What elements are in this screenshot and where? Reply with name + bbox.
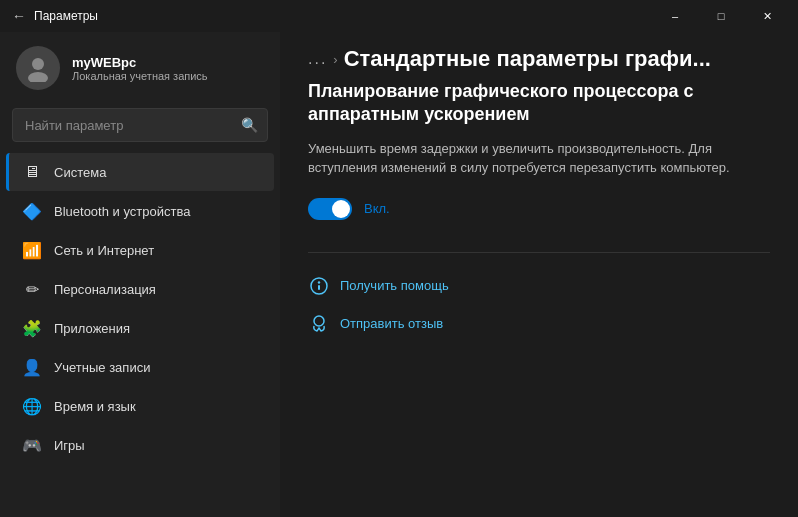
sidebar-icon-system: 🖥	[22, 162, 42, 182]
breadcrumb: ... › Стандартные параметры графи...	[280, 32, 798, 80]
toggle-knob	[332, 200, 350, 218]
user-name: myWEBpc	[72, 55, 208, 70]
sidebar-icon-time: 🌐	[22, 396, 42, 416]
user-info: myWEBpc Локальная учетная запись	[72, 55, 208, 82]
sidebar-label-time: Время и язык	[54, 399, 136, 414]
sidebar-label-system: Система	[54, 165, 106, 180]
avatar	[16, 46, 60, 90]
user-role: Локальная учетная запись	[72, 70, 208, 82]
titlebar: ← Параметры – □ ✕	[0, 0, 798, 32]
breadcrumb-dots: ...	[308, 50, 327, 68]
breadcrumb-chevron: ›	[333, 52, 337, 67]
app-title: Параметры	[34, 9, 98, 23]
sidebar-label-accounts: Учетные записи	[54, 360, 150, 375]
gpu-scheduling-toggle[interactable]	[308, 198, 352, 220]
search-icon: 🔍	[241, 117, 258, 133]
maximize-button[interactable]: □	[698, 0, 744, 32]
sidebar-icon-accounts: 👤	[22, 357, 42, 377]
content-body: Планирование графического процессора с а…	[280, 80, 798, 517]
sidebar-label-network: Сеть и Интернет	[54, 243, 154, 258]
help-section: Получить помощь Отправить отзыв	[308, 269, 770, 341]
sidebar-icon-bluetooth: 🔷	[22, 201, 42, 221]
search-input[interactable]	[12, 108, 268, 142]
svg-point-3	[318, 281, 320, 283]
content-divider	[308, 252, 770, 253]
minimize-button[interactable]: –	[652, 0, 698, 32]
sidebar-item-accounts[interactable]: 👤Учетные записи	[6, 348, 274, 386]
breadcrumb-current-page: Стандартные параметры графи...	[344, 46, 711, 72]
sidebar-label-bluetooth: Bluetooth и устройства	[54, 204, 190, 219]
sidebar: myWEBpc Локальная учетная запись 🔍 🖥Сист…	[0, 32, 280, 517]
sidebar-label-personalize: Персонализация	[54, 282, 156, 297]
sidebar-icon-apps: 🧩	[22, 318, 42, 338]
svg-point-5	[314, 316, 324, 326]
nav-items: 🖥Система🔷Bluetooth и устройства📶Сеть и И…	[0, 150, 280, 517]
section-description: Уменьшить время задержки и увеличить про…	[308, 139, 770, 178]
search-box: 🔍	[12, 108, 268, 142]
titlebar-controls: – □ ✕	[652, 0, 790, 32]
toggle-row: Вкл.	[308, 198, 770, 220]
sidebar-item-bluetooth[interactable]: 🔷Bluetooth и устройства	[6, 192, 274, 230]
section-title: Планирование графического процессора с а…	[308, 80, 770, 127]
sidebar-item-games[interactable]: 🎮Игры	[6, 426, 274, 464]
close-button[interactable]: ✕	[744, 0, 790, 32]
send-feedback-icon	[308, 313, 330, 335]
send-feedback-link[interactable]: Отправить отзыв	[308, 307, 770, 341]
get-help-label: Получить помощь	[340, 278, 449, 293]
titlebar-left: ← Параметры	[12, 8, 98, 24]
toggle-label: Вкл.	[364, 201, 390, 216]
sidebar-item-time[interactable]: 🌐Время и язык	[6, 387, 274, 425]
sidebar-icon-personalize: ✏	[22, 279, 42, 299]
back-button[interactable]: ←	[12, 8, 26, 24]
main-layout: myWEBpc Локальная учетная запись 🔍 🖥Сист…	[0, 32, 798, 517]
sidebar-icon-network: 📶	[22, 240, 42, 260]
sidebar-label-apps: Приложения	[54, 321, 130, 336]
user-profile[interactable]: myWEBpc Локальная учетная запись	[0, 36, 280, 104]
get-help-icon	[308, 275, 330, 297]
sidebar-label-games: Игры	[54, 438, 85, 453]
svg-rect-4	[318, 285, 320, 290]
content-area: ... › Стандартные параметры графи... Пла…	[280, 32, 798, 517]
sidebar-item-system[interactable]: 🖥Система	[6, 153, 274, 191]
sidebar-icon-games: 🎮	[22, 435, 42, 455]
sidebar-item-apps[interactable]: 🧩Приложения	[6, 309, 274, 347]
send-feedback-label: Отправить отзыв	[340, 316, 443, 331]
sidebar-item-network[interactable]: 📶Сеть и Интернет	[6, 231, 274, 269]
get-help-link[interactable]: Получить помощь	[308, 269, 770, 303]
sidebar-item-personalize[interactable]: ✏Персонализация	[6, 270, 274, 308]
svg-point-0	[32, 58, 44, 70]
svg-point-1	[28, 72, 48, 82]
